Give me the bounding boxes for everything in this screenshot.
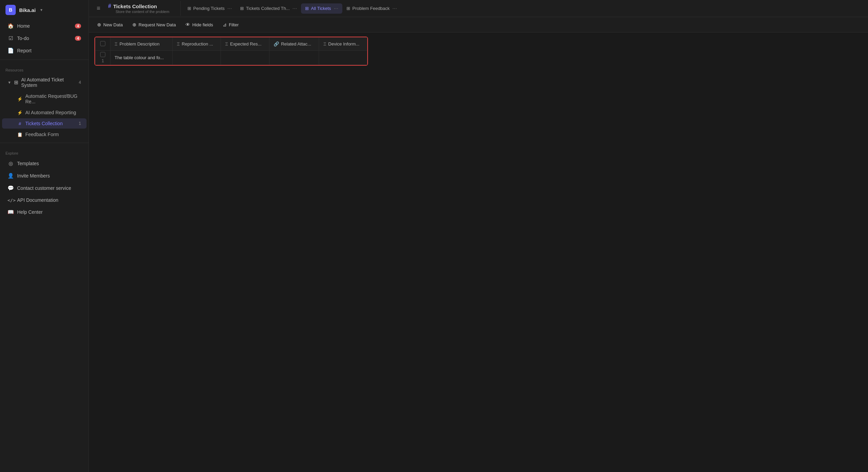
sidebar-item-ai-reporting[interactable]: ⚡ AI Automated Reporting (2, 107, 87, 118)
all-tickets-tab-icon: ⊞ (305, 6, 309, 11)
invite-members-label: Invite Members (17, 173, 50, 179)
tickets-collected-more-icon[interactable]: ··· (292, 5, 297, 12)
device-inform-type-icon: Ξ (323, 41, 326, 47)
sidebar-item-tickets-collection[interactable]: # Tickets Collection 1 (2, 118, 87, 129)
tickets-collection-label: Tickets Collection (25, 121, 63, 126)
sidebar-item-contact-service[interactable]: 💬 Contact customer service (2, 182, 87, 194)
logo-chevron-icon: ▾ (40, 8, 42, 12)
tickets-collected-tab-icon: ⊞ (240, 6, 244, 11)
filter-button[interactable]: ⊿ Filter (219, 20, 243, 29)
sidebar-item-invite-members[interactable]: 👤 Invite Members (2, 170, 87, 182)
problem-feedback-tab-label: Problem Feedback (352, 6, 390, 11)
row-1-related-attac[interactable] (269, 51, 319, 65)
hide-fields-icon: 👁 (185, 22, 190, 27)
related-attac-type-icon: 🔗 (274, 41, 279, 47)
invite-members-icon: 👤 (8, 173, 14, 179)
col-header-expected-res: Ξ Expected Res... (221, 38, 269, 51)
problem-feedback-more-icon[interactable]: ··· (392, 5, 397, 12)
all-tickets-tab-label: All Tickets (311, 6, 331, 11)
tickets-collection-icon: # (17, 121, 23, 126)
divider-2 (0, 143, 89, 143)
row-1-problem-description[interactable]: The table colour and fo... (110, 51, 173, 65)
page-subtitle: Store the content of the problem (108, 10, 176, 14)
row-1-expected-res[interactable] (221, 51, 269, 65)
sidebar-item-templates[interactable]: ◎ Templates (2, 158, 87, 169)
sidebar-item-home[interactable]: 🏠 Home 4 (2, 20, 87, 32)
col-header-device-inform: Ξ Device Inform... (319, 38, 367, 51)
report-icon: 📄 (8, 48, 14, 54)
api-docs-label: API Documentation (17, 197, 58, 203)
request-new-data-button[interactable]: ⊕ Request New Data (128, 20, 180, 29)
explore-section-label: Explore (0, 146, 89, 157)
logo-name: Bika.ai (19, 7, 36, 13)
new-data-label: New Data (103, 22, 123, 27)
page-title: Tickets Collection (113, 3, 157, 9)
header-checkbox[interactable] (100, 41, 105, 46)
sidebar-logo[interactable]: B Bika.ai ▾ (0, 0, 89, 20)
sidebar-item-auto-request[interactable]: ⚡ Automatic Request/BUG Re... (2, 91, 87, 107)
row-1-reproduction[interactable] (172, 51, 221, 65)
group-ai-ticket-label: AI Automated Ticket System (21, 77, 76, 88)
toolbar: ⊕ New Data ⊕ Request New Data 👁 Hide fie… (89, 17, 868, 32)
col-reproduction-label: Reproduction ... (182, 41, 213, 47)
home-badge: 4 (75, 24, 81, 28)
sidebar: B Bika.ai ▾ 🏠 Home 4 ☑ To-do 4 📄 Report … (0, 0, 89, 472)
sidebar-item-help-center[interactable]: 📖 Help Center (2, 206, 87, 218)
filter-icon: ⊿ (223, 22, 227, 27)
new-data-button[interactable]: ⊕ New Data (93, 20, 127, 29)
sidebar-item-report[interactable]: 📄 Report (2, 45, 87, 56)
contact-service-icon: 💬 (8, 185, 14, 191)
col-device-inform-label: Device Inform... (328, 41, 359, 47)
problem-description-type-icon: Ξ (115, 41, 117, 47)
sidebar-item-feedback-form[interactable]: 📋 Feedback Form (2, 129, 87, 140)
templates-label: Templates (17, 161, 39, 166)
pending-tickets-more-icon[interactable]: ··· (227, 5, 232, 12)
auto-request-icon: ⚡ (17, 96, 23, 102)
tab-all-tickets[interactable]: ⊞ All Tickets ··· (301, 3, 342, 14)
hide-fields-label: Hide fields (192, 22, 213, 27)
feedback-form-icon: 📋 (17, 132, 23, 137)
col-expected-res-label: Expected Res... (230, 41, 262, 47)
row-1-checkbox[interactable] (100, 52, 105, 57)
expected-res-type-icon: Ξ (225, 41, 228, 47)
col-header-related-attac: 🔗 Related Attac... (269, 38, 319, 51)
pending-tickets-tab-label: Pending Tickets (193, 6, 225, 11)
sidebar-report-label: Report (17, 48, 31, 53)
home-icon: 🏠 (8, 23, 14, 29)
filter-label: Filter (229, 22, 239, 27)
grid-icon: ⊞ (14, 79, 18, 86)
sidebar-group-ai-ticket[interactable]: ▼ ⊞ AI Automated Ticket System 4 (2, 75, 87, 90)
tab-problem-feedback[interactable]: ⊞ Problem Feedback ··· (342, 3, 401, 14)
col-header-reproduction: Ξ Reproduction ... (172, 38, 221, 51)
table-row: 1 The table colour and fo... (95, 51, 367, 65)
collapse-sidebar-button[interactable]: ≡ (93, 3, 104, 14)
problem-feedback-tab-icon: ⊞ (346, 6, 350, 11)
sidebar-item-todo[interactable]: ☑ To-do 4 (2, 32, 87, 44)
new-data-icon: ⊕ (97, 22, 101, 27)
sidebar-todo-label: To-do (17, 36, 29, 41)
api-docs-icon: </> (8, 198, 14, 203)
hide-fields-button[interactable]: 👁 Hide fields (181, 20, 217, 29)
ai-reporting-icon: ⚡ (17, 110, 23, 115)
page-title-hash: # (108, 3, 111, 9)
col-header-problem-description: Ξ Problem Description (110, 38, 173, 51)
tickets-collection-count: 1 (79, 121, 81, 126)
help-center-icon: 📖 (8, 209, 14, 215)
row-1-device-inform[interactable] (319, 51, 367, 65)
todo-badge: 4 (75, 36, 81, 41)
contact-service-label: Contact customer service (17, 185, 71, 191)
all-tickets-more-icon[interactable]: ··· (334, 5, 338, 12)
row-1-number: 1 (102, 58, 104, 63)
templates-icon: ◎ (8, 160, 14, 167)
request-new-data-icon: ⊕ (132, 22, 136, 27)
ai-reporting-label: AI Automated Reporting (25, 110, 76, 115)
tab-tickets-collected[interactable]: ⊞ Tickets Collected Th... ··· (236, 3, 301, 14)
tab-pending-tickets[interactable]: ⊞ Pending Tickets ··· (183, 3, 236, 14)
sidebar-home-label: Home (17, 23, 30, 29)
row-1-checkbox-col: 1 (95, 51, 110, 65)
feedback-form-label: Feedback Form (25, 132, 59, 137)
logo-avatar: B (5, 5, 16, 15)
group-chevron-icon: ▼ (8, 80, 11, 84)
sidebar-item-api-docs[interactable]: </> API Documentation (2, 195, 87, 206)
auto-request-label: Automatic Request/BUG Re... (25, 93, 81, 104)
